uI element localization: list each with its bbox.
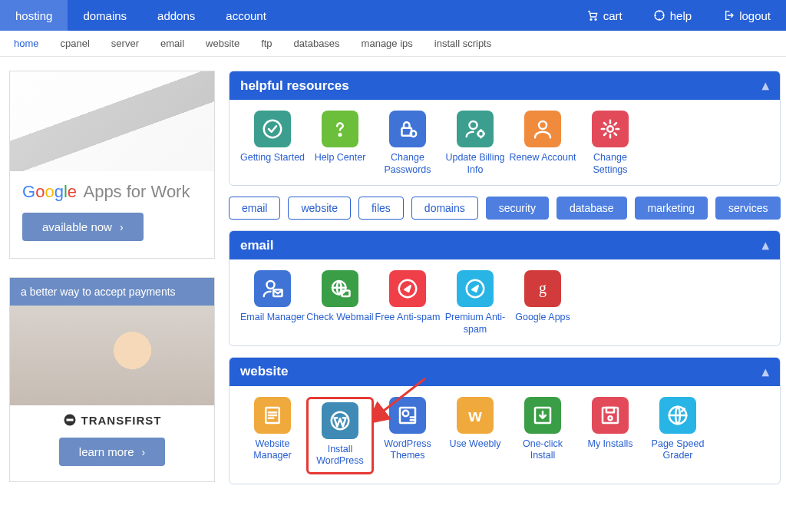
tile-one-click-install[interactable]: One-click Install xyxy=(509,397,576,474)
subnav-ftp[interactable]: ftp xyxy=(261,38,272,49)
svg-text:g: g xyxy=(539,280,547,298)
user-silhouette-icon xyxy=(524,111,561,147)
nav-help[interactable]: help xyxy=(638,0,707,31)
ad-transfirst[interactable]: a better way to accept payments TRANSFIR… xyxy=(9,277,215,482)
g-letter-icon: g xyxy=(524,270,561,307)
subnav-manage-ips[interactable]: manage ips xyxy=(362,38,413,49)
subnav-databases[interactable]: databases xyxy=(294,38,340,49)
wordpress-icon xyxy=(322,402,358,439)
transfirst-cta-button[interactable]: learn more › xyxy=(59,438,165,466)
nav-label: help xyxy=(670,9,692,22)
tile-label: Install WordPress xyxy=(309,444,372,468)
chip-database[interactable]: database xyxy=(556,197,627,220)
lock-gear-icon xyxy=(389,111,426,147)
google-logo: Google xyxy=(22,182,77,201)
chip-website[interactable]: website xyxy=(288,197,350,220)
tile-label: Email Manager xyxy=(239,312,306,324)
collapse-icon[interactable]: ▴ xyxy=(762,78,769,94)
panel-title: email xyxy=(240,238,273,253)
ad-google-body: Google Apps for Work available now › xyxy=(10,171,214,258)
nav-account[interactable]: account xyxy=(210,0,282,31)
subnav-email[interactable]: email xyxy=(160,38,184,49)
chevron-right-icon: › xyxy=(120,221,124,233)
google-cta-label: available now xyxy=(42,220,112,233)
doc-lines-icon xyxy=(254,397,291,434)
tile-change-settings[interactable]: Change Settings xyxy=(576,111,644,176)
tile-use-weebly[interactable]: wUse Weebly xyxy=(441,397,509,474)
nav-label: account xyxy=(226,9,266,22)
nav-addons[interactable]: addons xyxy=(142,0,210,31)
tile-my-installs[interactable]: My Installs xyxy=(576,397,644,474)
tile-install-wordpress[interactable]: Install WordPress xyxy=(306,397,374,474)
tile-page-speed-grader[interactable]: Page Speed Grader xyxy=(644,397,712,474)
tile-wordpress-themes[interactable]: WordPress Themes xyxy=(374,397,441,474)
ad-google-apps[interactable]: Google Apps for Work available now › xyxy=(9,71,215,259)
panel-body-helpful: Getting StartedHelp CenterChange Passwor… xyxy=(230,100,780,185)
chip-services[interactable]: services xyxy=(715,197,781,220)
tile-premium-anti-spam[interactable]: Premium Anti-spam xyxy=(441,270,509,335)
svg-point-5 xyxy=(264,121,282,138)
subnav-install-scripts[interactable]: install scripts xyxy=(434,38,491,49)
nav-hosting[interactable]: hosting xyxy=(0,0,68,31)
panel-head-email[interactable]: email ▴ xyxy=(230,231,780,259)
help-icon xyxy=(653,9,665,21)
google-cta-button[interactable]: available now › xyxy=(22,213,144,241)
floppy-icon xyxy=(592,397,629,434)
svg-rect-4 xyxy=(66,419,73,421)
tile-label: Renew Account xyxy=(509,152,576,164)
collapse-icon[interactable]: ▴ xyxy=(762,364,769,380)
tile-label: My Installs xyxy=(576,438,644,451)
panel-email: email ▴ Email ManagerCheck WebmailFree A… xyxy=(229,230,781,345)
tile-change-passwords[interactable]: Change Passwords xyxy=(374,111,441,176)
chip-email[interactable]: email xyxy=(229,197,280,220)
tile-label: Update Billing Info xyxy=(441,152,509,176)
svg-rect-27 xyxy=(606,408,614,412)
category-chips: emailwebsitefilesdomainssecuritydatabase… xyxy=(229,197,781,220)
sidebar: Google Apps for Work available now › a b… xyxy=(9,71,215,484)
tile-google-apps[interactable]: gGoogle Apps xyxy=(509,270,576,335)
transfirst-logo: TRANSFIRST xyxy=(63,413,162,427)
tile-email-manager[interactable]: Email Manager xyxy=(239,270,306,335)
transfirst-logo-icon xyxy=(63,413,77,427)
subnav-cpanel[interactable]: cpanel xyxy=(61,38,90,49)
tile-label: Use Weebly xyxy=(441,438,509,451)
transfirst-image xyxy=(10,306,214,405)
tile-renew-account[interactable]: Renew Account xyxy=(509,111,576,176)
w-letter-icon: w xyxy=(457,397,494,434)
google-tagline: Apps for Work xyxy=(83,182,190,201)
svg-point-11 xyxy=(539,121,547,129)
transfirst-brand: TRANSFIRST xyxy=(81,414,162,427)
sub-nav: home cpanel server email website ftp dat… xyxy=(0,31,786,57)
tile-label: Help Center xyxy=(306,152,374,164)
subnav-home[interactable]: home xyxy=(14,38,39,49)
subnav-server[interactable]: server xyxy=(111,38,139,49)
tile-help-center[interactable]: Help Center xyxy=(306,111,374,176)
tile-label: Website Manager xyxy=(239,438,306,462)
nav-logout[interactable]: logout xyxy=(707,0,786,31)
nav-cart[interactable]: cart xyxy=(571,0,638,31)
globe-mail-icon xyxy=(322,270,358,307)
tile-website-manager[interactable]: Website Manager xyxy=(239,397,306,474)
svg-text:w: w xyxy=(467,405,482,425)
google-apps-heading: Google Apps for Work xyxy=(22,182,202,202)
user-gear-icon xyxy=(457,111,494,147)
svg-point-28 xyxy=(609,416,613,420)
panel-head-website[interactable]: website ▴ xyxy=(230,358,780,386)
chip-marketing[interactable]: marketing xyxy=(635,197,708,220)
subnav-website[interactable]: website xyxy=(206,38,239,49)
panel-head-helpful[interactable]: helpful resources ▴ xyxy=(230,71,780,100)
wp-themes-icon xyxy=(389,397,426,434)
chip-domains[interactable]: domains xyxy=(411,197,478,220)
compass-icon xyxy=(389,270,426,307)
main-column: helpful resources ▴ Getting StartedHelp … xyxy=(229,71,781,484)
nav-domains[interactable]: domains xyxy=(68,0,142,31)
tile-free-anti-spam[interactable]: Free Anti-spam xyxy=(374,270,441,335)
chip-files[interactable]: files xyxy=(358,197,404,220)
tile-label: Free Anti-spam xyxy=(374,312,441,324)
chip-security[interactable]: security xyxy=(486,197,549,220)
collapse-icon[interactable]: ▴ xyxy=(762,237,769,253)
tile-label: Change Passwords xyxy=(374,152,441,176)
tile-update-billing-info[interactable]: Update Billing Info xyxy=(441,111,509,176)
tile-check-webmail[interactable]: Check Webmail xyxy=(306,270,374,335)
tile-getting-started[interactable]: Getting Started xyxy=(239,111,306,176)
